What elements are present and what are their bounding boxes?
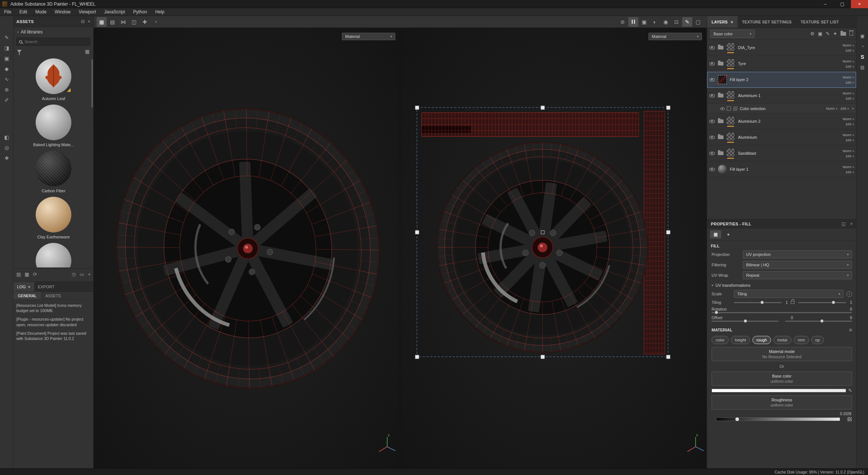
projection-select[interactable]: UV projection: [743, 250, 852, 259]
pause-engine-button[interactable]: [628, 17, 638, 27]
blend-mode-dropdown[interactable]: Norm: [843, 149, 854, 153]
properties-expand-icon[interactable]: ◱: [842, 221, 846, 227]
properties-tab-material[interactable]: ●: [723, 230, 734, 238]
visibility-toggle-icon[interactable]: [720, 106, 725, 110]
asset-list[interactable]: Autumn Leaf Baked Lighting Mate... Carbo…: [13, 58, 94, 267]
offset-y-value[interactable]: 0: [850, 316, 852, 320]
symmetry-button[interactable]: ⋈: [118, 17, 128, 27]
paint-tool-icon[interactable]: ✎: [2, 33, 12, 42]
asset-thumbnail-autumn-leaf[interactable]: [36, 58, 71, 94]
layer-thumbnail[interactable]: [726, 58, 735, 67]
asset-item[interactable]: Baked Lighting Mate...: [13, 105, 94, 147]
properties-tab-grid[interactable]: ▦: [710, 230, 721, 238]
tab-texture-set-list[interactable]: TEXTURE SET LIST: [796, 16, 843, 28]
quick-mask-tool-icon[interactable]: ◧: [2, 132, 12, 142]
layer-effect-row-color-selection[interactable]: Color selection Norm 100 ×: [707, 104, 856, 113]
channel-metal[interactable]: metal: [773, 336, 791, 344]
blend-mode-dropdown[interactable]: Norm: [843, 43, 854, 47]
asset-item[interactable]: Carbon Fiber: [13, 151, 94, 193]
layer-row-aluminium-2[interactable]: Aluminium 2 Norm 100: [707, 113, 856, 129]
shelf-history-icon[interactable]: ◷: [72, 272, 76, 277]
opacity-dropdown[interactable]: 100: [845, 138, 854, 142]
opacity-dropdown[interactable]: 100: [845, 64, 854, 68]
base-color-mode-picker[interactable]: Base color uniform color: [712, 372, 852, 386]
layer-thumbnail[interactable]: [718, 165, 727, 174]
slider-knob[interactable]: [744, 319, 747, 323]
asset-search-box[interactable]: [16, 38, 90, 46]
menu-viewport[interactable]: Viewport: [75, 8, 100, 16]
visibility-toggle-icon[interactable]: [709, 77, 715, 82]
channel-op[interactable]: op: [811, 336, 824, 344]
tiling-x-value[interactable]: 1: [782, 301, 788, 305]
screenshot-button[interactable]: ▢: [693, 17, 703, 27]
channel-height[interactable]: height: [731, 336, 750, 344]
assets-dock-icon[interactable]: ⊟: [81, 19, 85, 24]
viewport-3d[interactable]: Material y: [94, 28, 400, 468]
shelf-add-icon[interactable]: +: [88, 272, 91, 277]
log-subtab-general[interactable]: GENERAL: [13, 292, 41, 299]
menu-python[interactable]: Python: [129, 8, 151, 16]
tab-layers[interactable]: LAYERS ×: [707, 16, 738, 28]
asset-item[interactable]: Autumn Leaf: [13, 58, 94, 101]
camera-button[interactable]: ⊡: [671, 17, 681, 27]
asset-thumbnail-clay-earthenware[interactable]: [36, 197, 71, 232]
shelf-folder-icon[interactable]: ▭: [80, 272, 84, 277]
polygon-fill-tool-icon[interactable]: ◆: [2, 64, 12, 74]
tiling-y-value[interactable]: 1: [846, 301, 852, 305]
2d-uv-viewport-canvas[interactable]: y: [400, 28, 706, 468]
channel-filter-select[interactable]: Base color: [710, 30, 755, 38]
smudge-tool-icon[interactable]: ∿: [2, 74, 12, 84]
eraser-tool-icon[interactable]: ◨: [2, 43, 12, 53]
blend-mode-dropdown[interactable]: Norm: [843, 91, 854, 95]
assets-scrollbar[interactable]: [91, 59, 93, 107]
rotation-slider[interactable]: [712, 312, 852, 313]
visibility-toggle-icon[interactable]: [709, 61, 715, 66]
roughness-texture-icon[interactable]: [847, 417, 852, 422]
display-mode-button[interactable]: ◐: [650, 17, 660, 27]
slider-knob[interactable]: [820, 319, 824, 323]
opacity-dropdown[interactable]: 100: [845, 48, 854, 52]
tiling-lock-icon[interactable]: [791, 301, 794, 304]
viewport-2d[interactable]: Material y: [400, 28, 706, 468]
roughness-slider[interactable]: [716, 417, 840, 421]
opacity-dropdown[interactable]: 100: [845, 154, 854, 158]
channel-color[interactable]: color: [712, 336, 729, 344]
layer-thumbnail[interactable]: [718, 75, 727, 84]
history-icon[interactable]: ◔: [856, 41, 868, 52]
log-tab-close-icon[interactable]: ×: [28, 285, 30, 289]
layer-row-fill-layer-1[interactable]: Fill layer 1 Norm 100: [707, 161, 856, 177]
add-paint-layer-icon[interactable]: ✎: [826, 31, 830, 36]
uv-transformations-toggle[interactable]: ▾ UV transformations: [712, 283, 852, 288]
wheel-tool-icon[interactable]: ◎: [2, 143, 12, 153]
layer-row-tyre[interactable]: Tyre Norm 100: [707, 56, 856, 72]
slider-knob[interactable]: [715, 311, 718, 314]
material-picker-tool-icon[interactable]: ✐: [2, 95, 12, 105]
filter-funnel-icon[interactable]: [17, 50, 22, 53]
filtering-select[interactable]: Bilinear | HQ: [743, 261, 852, 269]
visibility-toggle-icon[interactable]: [709, 45, 715, 50]
menu-window[interactable]: Window: [51, 8, 75, 16]
opacity-dropdown[interactable]: 100: [845, 122, 854, 126]
opacity-dropdown[interactable]: 100: [845, 96, 854, 100]
add-folder-icon[interactable]: [841, 32, 846, 36]
display-settings-icon[interactable]: ▣: [856, 31, 868, 41]
layer-row-sandblast[interactable]: Sandblast Norm 100: [707, 145, 856, 161]
tiling-y-slider[interactable]: [798, 302, 846, 303]
tiling-x-slider[interactable]: [734, 302, 782, 303]
rotation-value[interactable]: 0: [846, 307, 852, 311]
minimize-button[interactable]: –: [817, 0, 834, 8]
add-filter-icon[interactable]: ⚙: [810, 31, 814, 36]
maximize-button[interactable]: ▢: [834, 0, 851, 8]
layer-row-dia-tyre[interactable]: DIA_Tyre Norm 100: [707, 40, 856, 56]
shader-settings-icon[interactable]: ▤: [856, 62, 868, 73]
opacity-dropdown[interactable]: 100: [845, 170, 854, 174]
uv-wrap-select[interactable]: Repeat: [743, 271, 852, 279]
offset-y-slider[interactable]: [785, 321, 852, 322]
menu-file[interactable]: File: [0, 8, 15, 16]
tab-log[interactable]: LOG ×: [13, 282, 34, 291]
roughness-value[interactable]: 0.1028: [840, 412, 851, 416]
asset-thumbnail-carbon-fiber[interactable]: [36, 151, 71, 186]
offset-x-slider[interactable]: [712, 321, 778, 322]
shelf-list-view-icon[interactable]: ▤: [16, 272, 21, 277]
layer-row-aluminium-1[interactable]: Aluminium 1 Norm 100: [707, 88, 856, 104]
